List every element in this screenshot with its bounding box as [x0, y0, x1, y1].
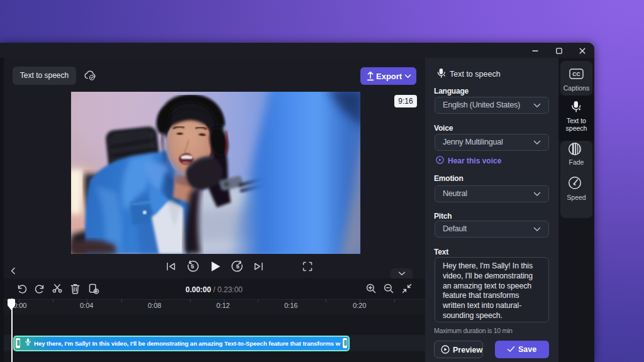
- svg-text:CC: CC: [572, 71, 580, 77]
- svg-text:5: 5: [191, 263, 194, 270]
- svg-text:5: 5: [236, 263, 239, 270]
